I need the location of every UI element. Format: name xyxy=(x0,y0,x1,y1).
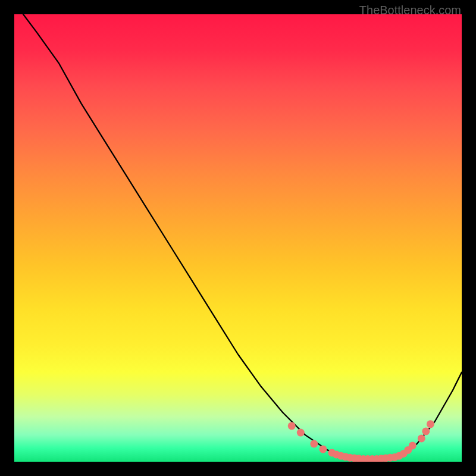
bottleneck-curve-line xyxy=(23,14,462,459)
chart-container: TheBottleneck.com xyxy=(0,0,476,476)
data-point xyxy=(297,429,305,437)
data-point xyxy=(418,434,425,442)
chart-svg xyxy=(14,14,462,462)
data-point xyxy=(288,422,296,430)
data-points-group xyxy=(288,420,434,462)
data-point xyxy=(422,427,430,435)
data-point xyxy=(310,440,318,447)
attribution-text: TheBottleneck.com xyxy=(359,4,461,17)
data-point xyxy=(427,420,434,428)
data-point xyxy=(409,441,416,449)
data-point xyxy=(319,445,327,453)
plot-area xyxy=(14,14,462,462)
